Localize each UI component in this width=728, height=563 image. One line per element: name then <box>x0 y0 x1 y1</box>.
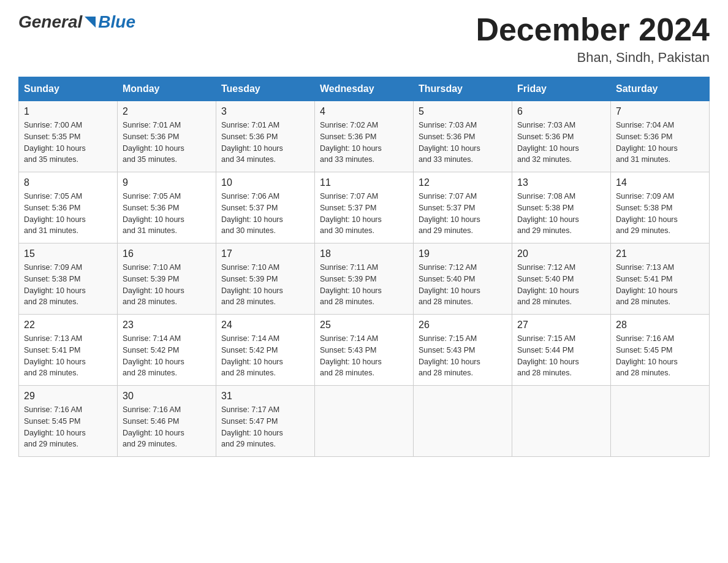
day-number: 5 <box>419 106 507 117</box>
day-info: Sunrise: 7:07 AMSunset: 5:37 PMDaylight:… <box>320 191 408 237</box>
calendar-cell: 17 Sunrise: 7:10 AMSunset: 5:39 PMDaylig… <box>216 243 315 315</box>
day-number: 6 <box>517 106 605 117</box>
calendar-cell: 18 Sunrise: 7:11 AMSunset: 5:39 PMDaylig… <box>315 243 414 315</box>
day-info: Sunrise: 7:17 AMSunset: 5:47 PMDaylight:… <box>221 404 309 450</box>
day-number: 18 <box>320 248 408 259</box>
day-info: Sunrise: 7:06 AMSunset: 5:37 PMDaylight:… <box>221 191 309 237</box>
calendar-cell: 20 Sunrise: 7:12 AMSunset: 5:40 PMDaylig… <box>512 243 611 315</box>
calendar-cell: 25 Sunrise: 7:14 AMSunset: 5:43 PMDaylig… <box>315 315 414 386</box>
day-info: Sunrise: 7:12 AMSunset: 5:40 PMDaylight:… <box>517 262 605 308</box>
calendar-cell: 12 Sunrise: 7:07 AMSunset: 5:37 PMDaylig… <box>414 172 512 243</box>
day-info: Sunrise: 7:15 AMSunset: 5:43 PMDaylight:… <box>419 333 507 379</box>
day-number: 31 <box>221 391 309 402</box>
day-info: Sunrise: 7:08 AMSunset: 5:38 PMDaylight:… <box>517 191 605 237</box>
calendar-cell <box>512 386 611 457</box>
day-info: Sunrise: 7:03 AMSunset: 5:36 PMDaylight:… <box>419 120 507 166</box>
calendar-cell: 8 Sunrise: 7:05 AMSunset: 5:36 PMDayligh… <box>19 172 118 243</box>
calendar-header: Sunday Monday Tuesday Wednesday Thursday… <box>19 77 710 101</box>
day-info: Sunrise: 7:00 AMSunset: 5:35 PMDaylight:… <box>24 120 112 166</box>
calendar-cell: 29 Sunrise: 7:16 AMSunset: 5:45 PMDaylig… <box>19 386 118 457</box>
day-info: Sunrise: 7:14 AMSunset: 5:43 PMDaylight:… <box>320 333 408 379</box>
day-number: 17 <box>221 248 309 259</box>
calendar-cell: 27 Sunrise: 7:15 AMSunset: 5:44 PMDaylig… <box>512 315 611 386</box>
col-friday: Friday <box>512 77 611 101</box>
day-info: Sunrise: 7:16 AMSunset: 5:45 PMDaylight:… <box>616 333 704 379</box>
calendar-cell: 24 Sunrise: 7:14 AMSunset: 5:42 PMDaylig… <box>216 315 315 386</box>
day-number: 21 <box>616 248 704 259</box>
calendar-cell <box>315 386 414 457</box>
col-saturday: Saturday <box>611 77 710 101</box>
day-number: 4 <box>320 106 408 117</box>
day-info: Sunrise: 7:10 AMSunset: 5:39 PMDaylight:… <box>221 262 309 308</box>
calendar-cell: 10 Sunrise: 7:06 AMSunset: 5:37 PMDaylig… <box>216 172 315 243</box>
calendar-cell: 16 Sunrise: 7:10 AMSunset: 5:39 PMDaylig… <box>118 243 216 315</box>
calendar-cell: 2 Sunrise: 7:01 AMSunset: 5:36 PMDayligh… <box>118 101 216 172</box>
calendar-cell: 31 Sunrise: 7:17 AMSunset: 5:47 PMDaylig… <box>216 386 315 457</box>
calendar-cell: 5 Sunrise: 7:03 AMSunset: 5:36 PMDayligh… <box>414 101 512 172</box>
day-info: Sunrise: 7:09 AMSunset: 5:38 PMDaylight:… <box>24 262 112 308</box>
logo-triangle-icon <box>83 15 97 29</box>
calendar-cell: 9 Sunrise: 7:05 AMSunset: 5:36 PMDayligh… <box>118 172 216 243</box>
day-number: 8 <box>24 177 112 188</box>
day-info: Sunrise: 7:13 AMSunset: 5:41 PMDaylight:… <box>24 333 112 379</box>
title-area: December 2024 Bhan, Sindh, Pakistan <box>476 12 710 66</box>
day-info: Sunrise: 7:02 AMSunset: 5:36 PMDaylight:… <box>320 120 408 166</box>
day-number: 13 <box>517 177 605 188</box>
day-number: 1 <box>24 106 112 117</box>
calendar-cell: 7 Sunrise: 7:04 AMSunset: 5:36 PMDayligh… <box>611 101 710 172</box>
calendar-body: 1 Sunrise: 7:00 AMSunset: 5:35 PMDayligh… <box>19 101 710 457</box>
day-number: 7 <box>616 106 704 117</box>
month-title: December 2024 <box>476 12 710 47</box>
day-info: Sunrise: 7:01 AMSunset: 5:36 PMDaylight:… <box>123 120 211 166</box>
calendar-cell: 15 Sunrise: 7:09 AMSunset: 5:38 PMDaylig… <box>19 243 118 315</box>
calendar-cell: 4 Sunrise: 7:02 AMSunset: 5:36 PMDayligh… <box>315 101 414 172</box>
day-number: 24 <box>221 320 309 331</box>
calendar-table: Sunday Monday Tuesday Wednesday Thursday… <box>18 77 710 457</box>
week-row-5: 29 Sunrise: 7:16 AMSunset: 5:45 PMDaylig… <box>19 386 710 457</box>
calendar-cell: 26 Sunrise: 7:15 AMSunset: 5:43 PMDaylig… <box>414 315 512 386</box>
col-wednesday: Wednesday <box>315 77 414 101</box>
day-number: 3 <box>221 106 309 117</box>
day-number: 30 <box>123 391 211 402</box>
calendar-cell: 14 Sunrise: 7:09 AMSunset: 5:38 PMDaylig… <box>611 172 710 243</box>
day-info: Sunrise: 7:03 AMSunset: 5:36 PMDaylight:… <box>517 120 605 166</box>
day-info: Sunrise: 7:10 AMSunset: 5:39 PMDaylight:… <box>123 262 211 308</box>
col-tuesday: Tuesday <box>216 77 315 101</box>
day-number: 23 <box>123 320 211 331</box>
calendar-cell: 1 Sunrise: 7:00 AMSunset: 5:35 PMDayligh… <box>19 101 118 172</box>
page-header: General Blue December 2024 Bhan, Sindh, … <box>18 12 710 66</box>
day-number: 10 <box>221 177 309 188</box>
calendar-cell: 22 Sunrise: 7:13 AMSunset: 5:41 PMDaylig… <box>19 315 118 386</box>
day-info: Sunrise: 7:13 AMSunset: 5:41 PMDaylight:… <box>616 262 704 308</box>
day-number: 29 <box>24 391 112 402</box>
day-number: 27 <box>517 320 605 331</box>
week-row-3: 15 Sunrise: 7:09 AMSunset: 5:38 PMDaylig… <box>19 243 710 315</box>
calendar-cell: 19 Sunrise: 7:12 AMSunset: 5:40 PMDaylig… <box>414 243 512 315</box>
week-row-2: 8 Sunrise: 7:05 AMSunset: 5:36 PMDayligh… <box>19 172 710 243</box>
svg-marker-0 <box>85 17 96 28</box>
col-sunday: Sunday <box>19 77 118 101</box>
day-info: Sunrise: 7:05 AMSunset: 5:36 PMDaylight:… <box>24 191 112 237</box>
calendar-cell: 23 Sunrise: 7:14 AMSunset: 5:42 PMDaylig… <box>118 315 216 386</box>
day-info: Sunrise: 7:12 AMSunset: 5:40 PMDaylight:… <box>419 262 507 308</box>
day-info: Sunrise: 7:16 AMSunset: 5:45 PMDaylight:… <box>24 404 112 450</box>
day-number: 14 <box>616 177 704 188</box>
day-number: 28 <box>616 320 704 331</box>
calendar-cell: 28 Sunrise: 7:16 AMSunset: 5:45 PMDaylig… <box>611 315 710 386</box>
day-number: 25 <box>320 320 408 331</box>
calendar-cell: 21 Sunrise: 7:13 AMSunset: 5:41 PMDaylig… <box>611 243 710 315</box>
day-number: 2 <box>123 106 211 117</box>
day-info: Sunrise: 7:14 AMSunset: 5:42 PMDaylight:… <box>123 333 211 379</box>
header-row: Sunday Monday Tuesday Wednesday Thursday… <box>19 77 710 101</box>
day-info: Sunrise: 7:11 AMSunset: 5:39 PMDaylight:… <box>320 262 408 308</box>
calendar-cell <box>414 386 512 457</box>
day-info: Sunrise: 7:07 AMSunset: 5:37 PMDaylight:… <box>419 191 507 237</box>
day-info: Sunrise: 7:04 AMSunset: 5:36 PMDaylight:… <box>616 120 704 166</box>
day-info: Sunrise: 7:09 AMSunset: 5:38 PMDaylight:… <box>616 191 704 237</box>
calendar-cell <box>611 386 710 457</box>
logo-general-text: General <box>18 12 82 32</box>
calendar-cell: 11 Sunrise: 7:07 AMSunset: 5:37 PMDaylig… <box>315 172 414 243</box>
day-number: 19 <box>419 248 507 259</box>
day-number: 11 <box>320 177 408 188</box>
calendar-cell: 30 Sunrise: 7:16 AMSunset: 5:46 PMDaylig… <box>118 386 216 457</box>
